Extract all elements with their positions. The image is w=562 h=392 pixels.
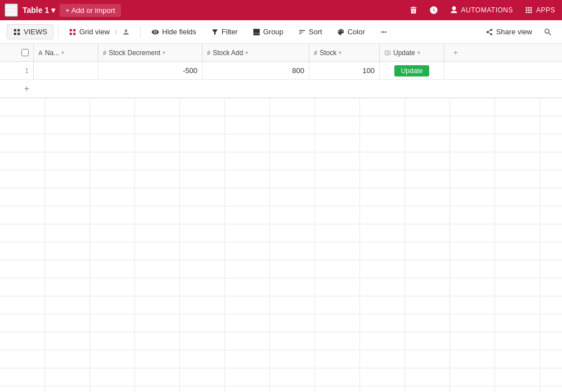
table-title-chevron-icon: ▾ [51,6,55,15]
grid-background [0,98,562,392]
top-bar: Table 1 ▾ + Add or import AUTOMATIONS [0,0,562,20]
add-row-icon: + [24,84,29,94]
select-all-checkbox[interactable] [21,49,29,56]
update-col-btn-icon [384,49,391,56]
table-row: 1 -500 800 100 Update [0,62,562,80]
add-or-import-button[interactable]: + Add or import [60,4,121,17]
table-title-text: Table 1 [23,6,49,15]
share-view-button[interactable]: Share view [479,24,538,39]
column-header-name-label: Na... [45,49,59,57]
column-header-stock-add-dropdown-icon: ▾ [245,49,248,56]
table-container: A Na... ▾ # Stock Decrement ▾ # Stock Ad… [0,44,562,98]
hide-fields-label: Hide fields [162,28,196,36]
share-view-icon [485,28,493,36]
column-header-update[interactable]: Update ▾ [380,44,444,61]
add-row: + [0,80,562,98]
hide-fields-icon [151,28,159,36]
more-icon [380,28,388,36]
color-icon [337,28,345,36]
grid-view-icon [69,28,77,36]
row-1-stock-dec-value: -500 [183,66,197,75]
svg-rect-1 [17,29,20,31]
toolbar: VIEWS Grid view Hide fields Filter Group [0,20,562,44]
grid-view-users-icon [122,28,130,36]
column-header-stock-add-label: Stock Add [213,49,243,57]
automations-icon [449,6,458,15]
filter-label: Filter [222,28,238,36]
grid-view-label: Grid view [79,28,110,36]
menu-icon-button[interactable] [5,3,18,17]
column-header-stock-dropdown-icon: ▾ [339,49,341,56]
grid-view-button[interactable]: Grid view [63,25,136,39]
column-header-row: A Na... ▾ # Stock Decrement ▾ # Stock Ad… [0,44,562,62]
sort-icon [298,28,306,36]
row-1-stock-cell[interactable]: 100 [309,62,380,79]
add-import-label: + Add or import [65,6,115,15]
column-header-stock-label: Stock [320,49,336,57]
history-icon-button[interactable] [427,4,440,16]
column-header-name-dropdown-icon: ▾ [61,49,64,56]
grid-view-options-icon [113,29,119,35]
column-header-stock-add[interactable]: # Stock Add ▾ [203,44,309,61]
row-1-update-button[interactable]: Update [394,65,430,76]
views-button[interactable]: VIEWS [7,24,53,39]
row-1-stock-value: 100 [362,66,375,75]
name-col-text-icon: A [38,49,43,56]
more-button[interactable] [374,25,394,39]
sort-button[interactable]: Sort [292,24,329,39]
hide-fields-button[interactable]: Hide fields [145,24,203,39]
automations-label: AUTOMATIONS [461,6,513,14]
color-button[interactable]: Color [331,24,371,39]
apps-button[interactable]: APPS [522,4,557,16]
apps-icon [524,6,533,15]
stock-col-hash-icon: # [314,49,317,56]
filter-icon [211,28,219,36]
svg-rect-0 [14,29,16,31]
search-icon [543,28,552,37]
row-1-number: 1 [25,67,29,75]
share-view-label: Share view [496,28,532,36]
color-label: Color [348,28,365,36]
stock-dec-col-hash-icon: # [103,49,106,56]
history-icon [429,6,438,15]
row-1-update-cell[interactable]: Update [380,62,444,79]
group-button[interactable]: Group [246,24,290,39]
add-row-button[interactable]: + [0,80,34,97]
sort-label: Sort [309,28,322,36]
group-icon [253,28,260,36]
group-label: Group [263,28,284,36]
svg-rect-3 [17,33,20,35]
filter-button[interactable]: Filter [205,24,244,39]
row-1-num: 1 [0,62,34,79]
add-column-icon: + [453,48,458,57]
add-column-button[interactable]: + [444,44,467,61]
toolbar-divider-2 [140,26,141,38]
top-bar-right: AUTOMATIONS APPS [407,4,557,16]
column-header-update-dropdown-icon: ▾ [417,49,420,56]
row-1-stock-add-value: 800 [292,66,304,75]
table-title: Table 1 ▾ [23,6,55,15]
column-header-update-label: Update [393,49,415,57]
column-header-stock-dec[interactable]: # Stock Decrement ▾ [98,44,203,61]
row-1-stock-add-cell[interactable]: 800 [203,62,309,79]
svg-rect-2 [14,33,16,35]
automations-button[interactable]: AUTOMATIONS [447,4,515,16]
column-header-stock-dec-label: Stock Decrement [109,49,160,57]
column-header-name[interactable]: A Na... ▾ [34,44,98,61]
trash-icon-button[interactable] [407,4,420,16]
row-num-header [0,44,34,61]
column-header-stock-dec-dropdown-icon: ▾ [163,49,165,56]
row-1-name-cell[interactable] [34,62,98,79]
apps-label: APPS [536,6,555,14]
search-button[interactable] [541,25,555,39]
toolbar-divider-1 [58,26,59,38]
row-1-stock-dec-cell[interactable]: -500 [98,62,203,79]
stock-add-col-hash-icon: # [207,49,210,56]
views-icon [13,28,21,36]
views-label: VIEWS [24,28,47,36]
column-header-stock[interactable]: # Stock ▾ [309,44,380,61]
trash-icon [409,6,418,15]
